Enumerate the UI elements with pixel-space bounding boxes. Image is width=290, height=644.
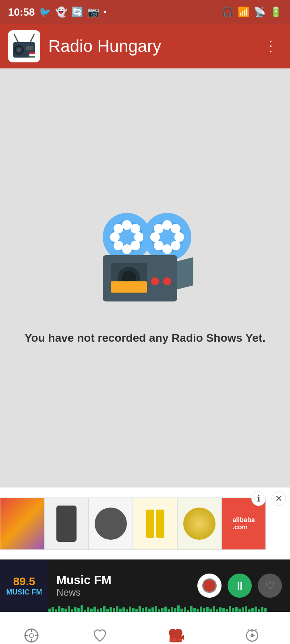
svg-point-31	[171, 224, 180, 233]
svg-point-30	[154, 241, 164, 250]
now-playing-bar: 89.5 MUSIC FM Music FM News ⏸ ♡	[0, 559, 290, 612]
ad-item-3[interactable]	[89, 497, 133, 550]
twitter-icon: 🐦	[39, 6, 51, 18]
svg-marker-33	[177, 257, 193, 289]
ad-item-4[interactable]	[133, 497, 177, 550]
pause-button[interactable]: ⏸	[228, 574, 252, 598]
svg-point-38	[151, 277, 159, 285]
svg-point-20	[130, 224, 140, 233]
ad-info-icon[interactable]: ℹ	[251, 491, 266, 506]
main-content: You have not recorded any Radio Shows Ye…	[0, 68, 290, 487]
svg-point-16	[134, 232, 144, 242]
record-icon	[202, 578, 217, 593]
bottom-navigation: Explore Favourites Recordings	[0, 612, 290, 644]
svg-point-26	[150, 232, 160, 242]
svg-rect-7	[29, 52, 35, 54]
ad-item-5[interactable]	[177, 497, 222, 550]
app-logo	[8, 30, 40, 62]
svg-point-39	[163, 277, 171, 285]
svg-point-25	[162, 244, 172, 254]
svg-rect-50	[171, 638, 176, 641]
station-name: Music FM	[56, 573, 189, 587]
favourite-button[interactable]: ♡	[258, 574, 282, 598]
station-desc: News	[56, 587, 189, 598]
svg-point-15	[110, 232, 120, 242]
svg-point-19	[114, 241, 123, 250]
status-left: 10:58 🐦 👻 🔄 📷 •	[8, 6, 107, 19]
svg-point-24	[162, 220, 172, 230]
status-time: 10:58	[8, 6, 35, 19]
record-button[interactable]	[197, 574, 222, 598]
signal-icon: 📡	[254, 6, 266, 18]
svg-rect-37	[111, 281, 147, 293]
dot-icon: •	[104, 6, 107, 18]
svg-point-27	[174, 232, 184, 242]
svg-line-59	[248, 629, 249, 630]
waveform	[48, 604, 290, 612]
snapchat-icon: 👻	[55, 6, 67, 18]
svg-rect-8	[29, 54, 35, 56]
station-info: Music FM News	[48, 573, 197, 598]
ad-banner[interactable]: alibaba.com ℹ ✕	[0, 487, 290, 559]
wifi-icon: 📶	[238, 6, 250, 18]
explore-icon	[23, 627, 40, 644]
svg-point-41	[29, 634, 33, 638]
ad-close-icon[interactable]: ✕	[271, 491, 286, 506]
recordings-icon	[167, 627, 184, 644]
svg-marker-49	[182, 635, 184, 640]
more-options-icon[interactable]: ⋮	[259, 34, 282, 59]
ad-items: alibaba.com	[0, 497, 290, 550]
nav-item-favourites[interactable]: Favourites	[71, 623, 128, 644]
nav-item-explore[interactable]: Explore	[8, 623, 55, 644]
svg-point-52	[179, 638, 182, 641]
svg-line-60	[255, 629, 257, 630]
headphone-icon: 🎧	[222, 6, 234, 18]
app-title: Radio Hungary	[48, 37, 251, 56]
ad-item-1[interactable]	[0, 497, 44, 550]
favourites-icon	[91, 627, 108, 644]
status-right: 🎧 📶 📡 🔋	[222, 6, 282, 18]
refresh-icon: 🔄	[71, 6, 83, 18]
svg-point-18	[130, 241, 140, 250]
svg-point-13	[122, 220, 132, 230]
reminders-icon	[244, 627, 261, 644]
svg-point-5	[17, 48, 21, 52]
camera-illustration	[93, 211, 197, 316]
player-controls: ⏸ ♡	[197, 574, 290, 598]
nav-item-reminders[interactable]: Reminders	[223, 623, 282, 644]
instagram-icon: 📷	[87, 6, 99, 18]
svg-point-29	[171, 241, 180, 250]
top-bar: Radio Hungary ⋮	[0, 24, 290, 68]
svg-line-1	[14, 34, 18, 42]
ad-item-2[interactable]	[44, 497, 89, 550]
status-bar: 10:58 🐦 👻 🔄 📷 • 🎧 📶 📡 🔋	[0, 0, 290, 24]
nav-item-recordings[interactable]: Recordings	[145, 623, 206, 644]
svg-line-2	[30, 34, 34, 42]
station-logo: 89.5 MUSIC FM	[0, 559, 48, 612]
battery-icon: 🔋	[270, 6, 282, 18]
svg-point-28	[154, 224, 164, 233]
empty-recordings-message: You have not recorded any Radio Shows Ye…	[8, 332, 282, 345]
svg-point-14	[122, 244, 132, 254]
svg-rect-9	[29, 56, 35, 58]
svg-rect-6	[26, 46, 33, 50]
svg-point-17	[114, 224, 123, 233]
